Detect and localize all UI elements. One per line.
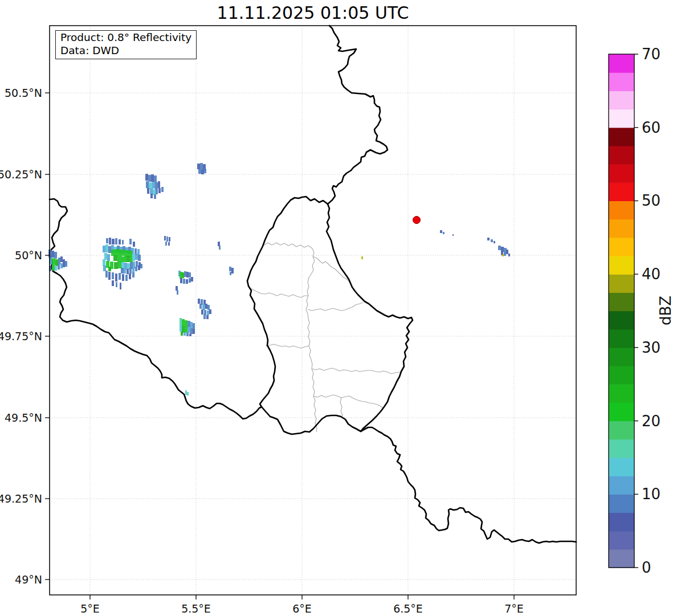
radar-echo-cell — [204, 310, 206, 315]
colorbar-segment — [609, 109, 634, 128]
radar-echo-cell — [231, 268, 234, 274]
colorbar-tick-label: 70 — [642, 46, 660, 63]
radar-echo-cell — [204, 169, 206, 173]
axis-ticks-and-labels: 5°E5.5°E6°E6.5°E7°E50.5°N50.25°N50°N49.7… — [0, 87, 524, 615]
radar-echo-cell — [105, 244, 108, 252]
radar-echo-cell — [112, 280, 114, 286]
y-tick-label: 49°N — [15, 573, 42, 586]
radar-echo-cell — [133, 242, 135, 247]
radar-echo-cell — [120, 283, 121, 289]
radar-echo-cell — [158, 188, 161, 193]
radar-echo-cell — [154, 176, 157, 182]
radar-echo-cell — [155, 182, 158, 189]
colorbar-segment — [609, 54, 634, 73]
radar-echo-cell — [207, 305, 210, 310]
radar-echo-cell — [190, 328, 193, 334]
colorbar-segment — [609, 512, 634, 531]
radar-echo-cell — [161, 187, 164, 192]
radar-echo-cell — [491, 239, 493, 242]
radar-echo-cell — [127, 269, 129, 274]
colorbar-segment — [609, 384, 634, 403]
radar-echo-cell — [156, 189, 158, 194]
radar-echo-cell — [115, 274, 117, 282]
y-tick-label: 50.25°N — [0, 168, 42, 181]
colorbar-segment — [609, 182, 634, 201]
radar-echo-cell — [203, 315, 206, 319]
radar-echo-cell — [115, 249, 120, 256]
radar-echo-cell — [103, 246, 105, 252]
district-borders — [249, 243, 401, 432]
radar-echo-cell — [113, 255, 117, 261]
radar-site-dot — [413, 217, 421, 224]
radar-echo-cell — [154, 194, 156, 199]
radar-echo-cell — [107, 254, 110, 261]
radar-echo-cell — [129, 268, 132, 274]
radar-echo-cell — [201, 170, 204, 174]
radar-echo-cell — [452, 234, 454, 236]
radar-echo-cell — [54, 252, 57, 259]
radar-echo-cell — [120, 250, 124, 256]
colorbar-segment — [609, 164, 634, 183]
radar-echo-cell — [103, 266, 106, 271]
radar-echo-cell — [193, 329, 195, 334]
radar-echo-cell — [201, 309, 203, 315]
radar-echo-cell — [185, 320, 187, 327]
radar-echo-cell — [186, 279, 188, 284]
radar-echo-cell — [205, 304, 207, 309]
radar-echo-cell — [55, 266, 57, 271]
colorbar-tick-label: 60 — [642, 119, 660, 136]
colorbar-tick-label: 20 — [642, 413, 660, 430]
colorbar-segment — [609, 531, 634, 550]
radar-echo-cell — [187, 392, 189, 395]
radar-echo-cell — [184, 271, 186, 277]
luxembourg-outline — [247, 197, 413, 434]
radar-echo-cell — [122, 240, 124, 244]
radar-echo-cell — [145, 174, 148, 181]
radar-echo-cell — [106, 238, 108, 243]
data-source-line: Data: DWD — [60, 44, 191, 58]
radar-echo-cell — [440, 230, 442, 233]
radar-echo-cell — [177, 290, 178, 295]
country-border-line — [50, 199, 262, 419]
y-tick-label: 49.25°N — [0, 492, 42, 505]
radar-echo-cell — [122, 274, 124, 281]
y-tick-label: 50.5°N — [5, 87, 42, 99]
radar-echo-cell — [498, 246, 501, 250]
radar-echo-cell — [501, 247, 504, 252]
radar-echo-cell — [219, 246, 221, 250]
x-tick-label: 6.5°E — [393, 602, 423, 615]
district-border-line — [266, 344, 309, 348]
radar-echo-cell — [184, 332, 186, 336]
colorbar-segment — [609, 311, 634, 330]
district-border-line — [313, 256, 350, 283]
radar-echo-cell — [124, 268, 126, 274]
radar-echoes — [48, 163, 510, 395]
colorbar-segment — [609, 458, 634, 476]
radar-echo-cell — [207, 311, 209, 315]
x-tick-label: 5°E — [80, 602, 100, 615]
radar-echo-cell — [230, 272, 231, 275]
colorbar-segment — [609, 476, 634, 495]
radar-echo-cell — [116, 282, 117, 287]
radar-echo-cell — [52, 258, 55, 265]
colorbar-segment — [609, 421, 634, 440]
radar-echo-cell — [153, 189, 156, 195]
colorbar: 010203040506070 — [609, 46, 660, 576]
radar-echo-cell — [158, 181, 160, 188]
country-borders — [50, 26, 576, 543]
product-line: Product: 0.8° Reflectivity — [60, 31, 191, 44]
radar-echo-cell — [494, 241, 495, 243]
colorbar-segment — [609, 128, 634, 146]
radar-echo-cell — [63, 259, 65, 267]
radar-echo-cell — [115, 238, 117, 244]
colorbar-segment — [609, 72, 634, 91]
y-tick-label: 50°N — [15, 249, 42, 262]
colorbar-segment — [609, 219, 634, 238]
radar-echo-cell — [181, 332, 183, 336]
radar-echo-cell — [185, 390, 187, 395]
radar-echo-cell — [168, 242, 170, 246]
radar-echo-cell — [121, 268, 124, 274]
radar-echo-cell — [132, 272, 134, 278]
radar-echo-cell — [152, 182, 155, 189]
radar-echo-cell — [186, 272, 189, 278]
